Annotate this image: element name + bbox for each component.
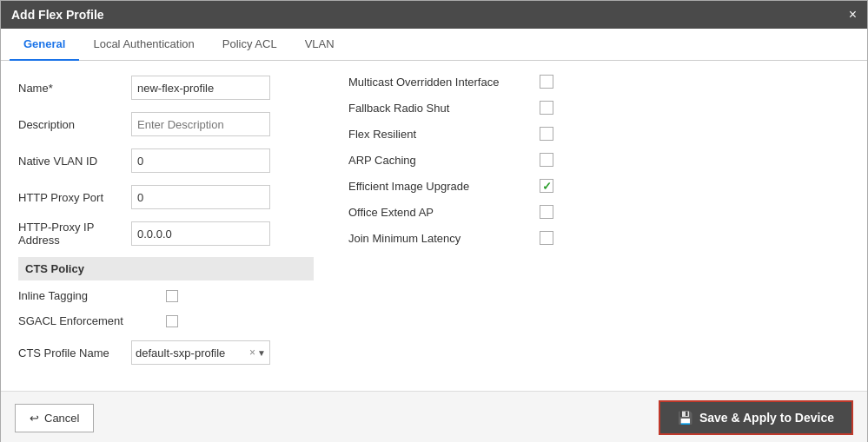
fallback-label: Fallback Radio Shut	[348, 102, 540, 115]
undo-icon: ↩	[30, 412, 39, 425]
cts-policy-header: CTS Policy	[18, 257, 314, 280]
cancel-button[interactable]: ↩ Cancel	[15, 404, 94, 432]
modal-body: Name* Description Native VLAN ID HTTP Pr…	[1, 61, 867, 391]
efficient-checkbox[interactable]: ✓	[540, 179, 553, 193]
multicast-checkbox[interactable]	[540, 75, 553, 89]
efficient-row: Efficient Image Upgrade ✓	[348, 179, 850, 193]
http-proxy-row: HTTP Proxy Port	[18, 184, 314, 210]
cts-profile-value: default-sxp-profile	[136, 346, 248, 360]
flex-resilient-row: Flex Resilient	[348, 127, 850, 141]
sgacl-label: SGACL Enforcement	[18, 314, 157, 327]
tab-vlan[interactable]: VLAN	[291, 29, 348, 61]
cts-profile-row: CTS Profile Name default-sxp-profile × ▼	[18, 340, 314, 366]
multicast-label: Multicast Overridden Interface	[348, 76, 540, 89]
multicast-row: Multicast Overridden Interface	[348, 75, 850, 89]
right-column: Multicast Overridden Interface Fallback …	[348, 75, 850, 377]
checkmark-icon: ✓	[542, 180, 552, 193]
native-vlan-label: Native VLAN ID	[18, 155, 131, 168]
http-proxy-ip-label: HTTP-Proxy IP Address	[18, 221, 131, 247]
native-vlan-row: Native VLAN ID	[18, 148, 314, 174]
save-apply-button[interactable]: 💾 Save & Apply to Device	[659, 400, 853, 435]
modal-header: Add Flex Profile ×	[1, 1, 867, 29]
cts-profile-label: CTS Profile Name	[18, 346, 131, 360]
http-proxy-input[interactable]	[131, 185, 270, 209]
http-proxy-ip-row: HTTP-Proxy IP Address	[18, 221, 314, 247]
native-vlan-input[interactable]	[131, 148, 270, 173]
arp-row: ARP Caching	[348, 153, 850, 167]
tab-general[interactable]: General	[10, 29, 79, 61]
inline-tagging-checkbox[interactable]	[166, 290, 178, 302]
add-flex-profile-modal: Add Flex Profile × General Local Authent…	[0, 0, 868, 442]
join-latency-row: Join Minimum Latency	[348, 231, 850, 245]
cancel-label: Cancel	[44, 412, 79, 425]
arp-checkbox[interactable]	[540, 153, 553, 167]
cts-profile-clear-icon[interactable]: ×	[249, 346, 255, 359]
flex-resilient-label: Flex Resilient	[348, 128, 540, 141]
sgacl-row: SGACL Enforcement	[18, 314, 314, 327]
office-extend-checkbox[interactable]	[540, 205, 553, 219]
save-icon: 💾	[678, 411, 692, 425]
inline-tagging-row: Inline Tagging	[18, 289, 314, 302]
inline-tagging-label: Inline Tagging	[18, 289, 157, 302]
fallback-checkbox[interactable]	[540, 101, 553, 115]
cts-profile-arrow-icon[interactable]: ▼	[257, 348, 266, 358]
name-input[interactable]	[131, 76, 270, 100]
name-row: Name*	[18, 75, 314, 101]
join-latency-label: Join Minimum Latency	[348, 232, 540, 245]
fallback-row: Fallback Radio Shut	[348, 101, 850, 115]
tab-local-authentication[interactable]: Local Authentication	[79, 29, 208, 61]
description-label: Description	[18, 118, 131, 131]
description-row: Description	[18, 111, 314, 137]
join-latency-checkbox[interactable]	[540, 231, 553, 245]
http-proxy-ip-input[interactable]	[131, 221, 270, 246]
modal-title: Add Flex Profile	[11, 8, 104, 22]
save-label: Save & Apply to Device	[699, 411, 834, 425]
office-extend-row: Office Extend AP	[348, 205, 850, 219]
http-proxy-label: HTTP Proxy Port	[18, 191, 131, 204]
flex-resilient-checkbox[interactable]	[540, 127, 553, 141]
left-column: Name* Description Native VLAN ID HTTP Pr…	[18, 75, 314, 377]
office-extend-label: Office Extend AP	[348, 206, 540, 219]
tab-policy-acl[interactable]: Policy ACL	[209, 29, 291, 61]
name-label: Name*	[18, 82, 131, 95]
sgacl-checkbox[interactable]	[166, 315, 178, 327]
modal-footer: ↩ Cancel 💾 Save & Apply to Device	[1, 391, 867, 442]
arp-label: ARP Caching	[348, 154, 540, 167]
close-button[interactable]: ×	[849, 8, 857, 22]
description-input[interactable]	[131, 112, 270, 136]
efficient-label: Efficient Image Upgrade	[348, 180, 540, 193]
cts-profile-select[interactable]: default-sxp-profile × ▼	[131, 340, 270, 365]
tab-bar: General Local Authentication Policy ACL …	[1, 29, 867, 61]
